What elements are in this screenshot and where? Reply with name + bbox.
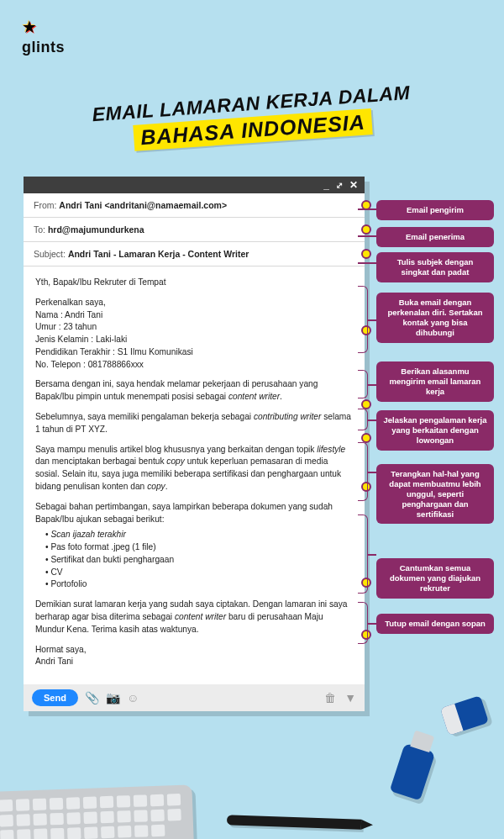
from-label: From: <box>34 200 56 210</box>
trash-icon[interactable]: 🗑 <box>324 691 336 704</box>
anchor-dot <box>361 249 371 259</box>
email-from-row: From: Andri Tani <andritani@namaemail.co… <box>24 193 365 218</box>
to-value: hrd@majumundurkena <box>48 224 144 235</box>
annotation-subject: Tulis subjek dengan singkat dan padat <box>376 252 494 282</box>
ann-brace <box>358 286 368 353</box>
star-icon: ★ <box>22 17 65 37</box>
intro-phone: No. Telepon : 081788866xxx <box>35 359 353 372</box>
annotation-strength: Terangkan hal-hal yang dapat membuatmu l… <box>376 464 494 524</box>
intro-lead: Perkenalkan saya, <box>35 297 353 309</box>
send-button[interactable]: Send <box>32 689 78 706</box>
list-item: Scan ijazah terakhir <box>45 529 353 541</box>
intro-gender: Jenis Kelamin : Laki-laki <box>35 334 353 346</box>
list-item: CV <box>45 567 353 579</box>
eraser-decoration <box>440 695 489 736</box>
ann-connector <box>368 623 376 625</box>
email-to-row: To: hrd@majumundurkena <box>24 218 365 242</box>
intro-name: Nama : Andri Tani <box>35 309 353 322</box>
ann-connector <box>358 235 376 237</box>
emoji-icon[interactable]: ☺ <box>127 691 139 704</box>
closing-paragraph: Demikian surat lamaran kerja yang sudah … <box>35 599 353 636</box>
email-body: Yth, Bapak/Ibu Rekruter di Tempat Perken… <box>24 266 365 684</box>
ann-connector <box>368 472 376 473</box>
page-title: EMAIL LAMARAN KERJA DALAM BAHASA INDONES… <box>57 79 446 156</box>
annotation-to: Email penerima <box>376 227 494 247</box>
minimize-icon[interactable]: _ <box>323 179 329 191</box>
pencil-decoration <box>227 815 361 830</box>
anchor-dot <box>361 224 371 235</box>
email-footer: Send 📎 📷 ☺ 🗑 ▼ <box>24 684 365 711</box>
ann-connector <box>368 554 376 556</box>
annotation-reason: Berikan alasanmu mengirim email lamaran … <box>376 361 494 402</box>
ann-brace <box>358 409 368 430</box>
attach-lead: Sebagai bahan pertimbangan, saya lampirk… <box>35 501 353 526</box>
list-item: Pas foto format .jpeg (1 file) <box>45 541 353 554</box>
subject-value: Andri Tani - Lamaran Kerja - Content Wri… <box>68 249 249 259</box>
camera-icon[interactable]: 📷 <box>106 691 120 704</box>
reason-paragraph: Bersama dengan ini, saya hendak melamar … <box>35 378 353 404</box>
list-item: Portofolio <box>45 578 353 591</box>
intro-age: Umur : 23 tahun <box>35 321 353 334</box>
ann-connector <box>358 262 376 264</box>
intro-edu: Pendidikan Terakhir : S1 Ilmu Komunikasi <box>35 346 353 359</box>
ann-connector <box>368 319 376 321</box>
signature: Andri Tani <box>35 656 353 668</box>
intro-block: Nama : Andri Tani Umur : 23 tahun Jenis … <box>35 309 353 372</box>
ann-brace <box>358 602 368 644</box>
experience-paragraph: Sebelumnya, saya memiliki pengalaman bek… <box>35 411 353 436</box>
annotation-closing: Tutup email dengan sopan <box>376 614 494 634</box>
ann-connector <box>368 384 376 386</box>
ann-brace <box>358 514 368 594</box>
signoff: Hormat saya, <box>35 644 353 657</box>
list-item: Sertifikat dan bukti penghargaan <box>45 554 353 567</box>
expand-icon[interactable]: ⤢ <box>336 181 343 190</box>
greeting: Yth, Bapak/Ibu Rekruter di Tempat <box>35 277 353 289</box>
ann-connector <box>358 208 376 210</box>
strength-paragraph: Saya mampu menulis artikel blog khususny… <box>35 444 353 493</box>
email-subject-row: Subject: Andri Tani - Lamaran Kerja - Co… <box>24 242 365 266</box>
to-label: To: <box>34 224 45 235</box>
keyboard-decoration <box>0 784 194 839</box>
attach-icon[interactable]: 📎 <box>85 691 99 704</box>
ann-brace <box>358 370 368 398</box>
close-icon[interactable]: ✕ <box>349 179 358 191</box>
from-value: Andri Tani <andritani@namaemail.com> <box>59 200 227 210</box>
email-titlebar: _ ⤢ ✕ <box>24 177 365 193</box>
glints-logo: ★ glints <box>22 17 65 56</box>
annotation-experience: Jelaskan pengalaman kerja yang berkaitan… <box>376 410 494 451</box>
subject-label: Subject: <box>34 249 66 259</box>
logo-text: glints <box>22 39 65 56</box>
ann-connector <box>368 420 376 421</box>
email-window: _ ⤢ ✕ From: Andri Tani <andritani@namaem… <box>24 177 365 711</box>
more-icon[interactable]: ▼ <box>344 691 356 704</box>
annotation-from: Email pengirim <box>376 200 494 220</box>
attachment-list: Scan ijazah terakhir Pas foto format .jp… <box>45 529 353 591</box>
ann-brace <box>358 442 368 501</box>
annotation-attachments: Cantumkan semua dokumen yang diajukan re… <box>376 558 494 599</box>
usb-decoration <box>390 743 436 801</box>
annotation-intro: Buka email dengan perkenalan diri. Serta… <box>376 293 494 343</box>
